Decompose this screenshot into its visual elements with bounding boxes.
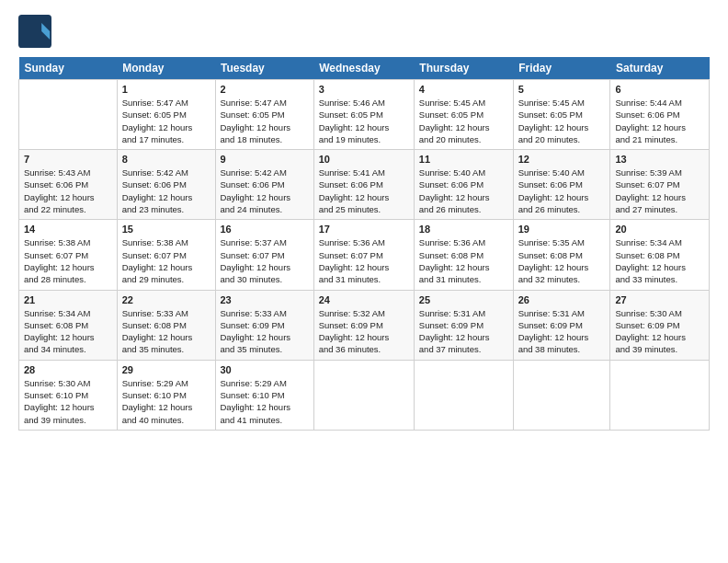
day-number: 28 [24, 364, 112, 375]
day-info: Sunrise: 5:37 AMSunset: 6:07 PMDaylight:… [221, 236, 309, 285]
day-number: 13 [615, 154, 704, 165]
day-cell: 12Sunrise: 5:40 AMSunset: 6:06 PMDayligh… [513, 150, 610, 220]
day-number: 10 [319, 154, 409, 165]
col-header-wednesday: Wednesday [313, 57, 414, 80]
col-header-friday: Friday [513, 57, 610, 80]
calendar-header-row: SundayMondayTuesdayWednesdayThursdayFrid… [19, 57, 710, 80]
day-info: Sunrise: 5:40 AMSunset: 6:06 PMDaylight:… [419, 167, 508, 215]
logo-icon [18, 15, 51, 48]
day-info: Sunrise: 5:33 AMSunset: 6:09 PMDaylight:… [221, 307, 309, 356]
day-cell: 25Sunrise: 5:31 AMSunset: 6:09 PMDayligh… [414, 290, 513, 360]
day-number: 30 [221, 364, 309, 375]
day-cell [414, 360, 513, 430]
day-cell: 17Sunrise: 5:36 AMSunset: 6:07 PMDayligh… [313, 220, 414, 290]
day-cell [19, 80, 118, 150]
day-info: Sunrise: 5:29 AMSunset: 6:10 PMDaylight:… [221, 377, 309, 426]
day-cell: 6Sunrise: 5:44 AMSunset: 6:06 PMDaylight… [610, 80, 710, 150]
day-info: Sunrise: 5:31 AMSunset: 6:09 PMDaylight:… [419, 307, 508, 356]
day-cell: 1Sunrise: 5:47 AMSunset: 6:05 PMDaylight… [117, 80, 215, 150]
day-info: Sunrise: 5:42 AMSunset: 6:06 PMDaylight:… [221, 167, 309, 215]
day-number: 26 [518, 294, 606, 305]
day-number: 11 [419, 154, 508, 165]
day-number: 23 [221, 294, 309, 305]
day-cell: 10Sunrise: 5:41 AMSunset: 6:06 PMDayligh… [313, 150, 414, 220]
day-info: Sunrise: 5:47 AMSunset: 6:05 PMDaylight:… [122, 97, 210, 145]
day-cell: 11Sunrise: 5:40 AMSunset: 6:06 PMDayligh… [414, 150, 513, 220]
day-number: 7 [24, 154, 112, 165]
day-info: Sunrise: 5:40 AMSunset: 6:06 PMDaylight:… [518, 167, 606, 215]
day-cell: 27Sunrise: 5:30 AMSunset: 6:09 PMDayligh… [610, 290, 710, 360]
day-cell: 21Sunrise: 5:34 AMSunset: 6:08 PMDayligh… [19, 290, 118, 360]
day-info: Sunrise: 5:34 AMSunset: 6:08 PMDaylight:… [615, 236, 704, 285]
day-number: 25 [419, 294, 508, 305]
col-header-tuesday: Tuesday [215, 57, 313, 80]
day-info: Sunrise: 5:38 AMSunset: 6:07 PMDaylight:… [122, 236, 210, 285]
day-info: Sunrise: 5:33 AMSunset: 6:08 PMDaylight:… [122, 307, 210, 356]
day-info: Sunrise: 5:42 AMSunset: 6:06 PMDaylight:… [122, 167, 210, 215]
day-info: Sunrise: 5:45 AMSunset: 6:05 PMDaylight:… [419, 97, 508, 145]
day-cell: 7Sunrise: 5:43 AMSunset: 6:06 PMDaylight… [19, 150, 118, 220]
day-cell [313, 360, 414, 430]
week-row-2: 7Sunrise: 5:43 AMSunset: 6:06 PMDaylight… [19, 150, 710, 220]
week-row-5: 28Sunrise: 5:30 AMSunset: 6:10 PMDayligh… [19, 360, 710, 430]
day-number: 5 [518, 84, 606, 95]
day-number: 12 [518, 154, 606, 165]
day-info: Sunrise: 5:39 AMSunset: 6:07 PMDaylight:… [615, 167, 704, 215]
day-cell: 22Sunrise: 5:33 AMSunset: 6:08 PMDayligh… [117, 290, 215, 360]
day-number: 2 [221, 84, 309, 95]
day-number: 8 [122, 154, 210, 165]
day-info: Sunrise: 5:45 AMSunset: 6:05 PMDaylight:… [518, 97, 606, 145]
day-cell: 8Sunrise: 5:42 AMSunset: 6:06 PMDaylight… [117, 150, 215, 220]
day-info: Sunrise: 5:41 AMSunset: 6:06 PMDaylight:… [319, 167, 409, 215]
day-info: Sunrise: 5:34 AMSunset: 6:08 PMDaylight:… [24, 307, 112, 356]
day-info: Sunrise: 5:47 AMSunset: 6:05 PMDaylight:… [221, 97, 309, 145]
day-number: 18 [419, 224, 508, 235]
logo [18, 15, 55, 48]
day-number: 9 [221, 154, 309, 165]
day-info: Sunrise: 5:29 AMSunset: 6:10 PMDaylight:… [122, 377, 210, 426]
week-row-4: 21Sunrise: 5:34 AMSunset: 6:08 PMDayligh… [19, 290, 710, 360]
week-row-1: 1Sunrise: 5:47 AMSunset: 6:05 PMDaylight… [19, 80, 710, 150]
day-cell: 19Sunrise: 5:35 AMSunset: 6:08 PMDayligh… [513, 220, 610, 290]
day-cell: 4Sunrise: 5:45 AMSunset: 6:05 PMDaylight… [414, 80, 513, 150]
day-info: Sunrise: 5:43 AMSunset: 6:06 PMDaylight:… [24, 167, 112, 215]
day-number: 27 [615, 294, 704, 305]
calendar-body: 1Sunrise: 5:47 AMSunset: 6:05 PMDaylight… [19, 80, 710, 431]
day-info: Sunrise: 5:46 AMSunset: 6:05 PMDaylight:… [319, 97, 409, 145]
calendar-table: SundayMondayTuesdayWednesdayThursdayFrid… [18, 57, 710, 431]
day-number: 3 [319, 84, 409, 95]
day-info: Sunrise: 5:32 AMSunset: 6:09 PMDaylight:… [319, 307, 409, 356]
day-cell: 26Sunrise: 5:31 AMSunset: 6:09 PMDayligh… [513, 290, 610, 360]
day-number: 19 [518, 224, 606, 235]
day-cell: 14Sunrise: 5:38 AMSunset: 6:07 PMDayligh… [19, 220, 118, 290]
col-header-saturday: Saturday [610, 57, 710, 80]
day-info: Sunrise: 5:36 AMSunset: 6:08 PMDaylight:… [419, 236, 508, 285]
day-number: 24 [319, 294, 409, 305]
week-row-3: 14Sunrise: 5:38 AMSunset: 6:07 PMDayligh… [19, 220, 710, 290]
day-cell: 16Sunrise: 5:37 AMSunset: 6:07 PMDayligh… [215, 220, 313, 290]
col-header-monday: Monday [117, 57, 215, 80]
day-cell: 5Sunrise: 5:45 AMSunset: 6:05 PMDaylight… [513, 80, 610, 150]
col-header-sunday: Sunday [19, 57, 118, 80]
day-info: Sunrise: 5:36 AMSunset: 6:07 PMDaylight:… [319, 236, 409, 285]
day-number: 14 [24, 224, 112, 235]
day-info: Sunrise: 5:35 AMSunset: 6:08 PMDaylight:… [518, 236, 606, 285]
day-cell: 30Sunrise: 5:29 AMSunset: 6:10 PMDayligh… [215, 360, 313, 430]
day-number: 17 [319, 224, 409, 235]
day-number: 21 [24, 294, 112, 305]
day-info: Sunrise: 5:38 AMSunset: 6:07 PMDaylight:… [24, 236, 112, 285]
day-info: Sunrise: 5:31 AMSunset: 6:09 PMDaylight:… [518, 307, 606, 356]
day-cell [513, 360, 610, 430]
header [18, 15, 710, 48]
day-number: 1 [122, 84, 210, 95]
day-cell: 3Sunrise: 5:46 AMSunset: 6:05 PMDaylight… [313, 80, 414, 150]
day-cell: 2Sunrise: 5:47 AMSunset: 6:05 PMDaylight… [215, 80, 313, 150]
day-cell [610, 360, 710, 430]
day-number: 29 [122, 364, 210, 375]
day-info: Sunrise: 5:30 AMSunset: 6:10 PMDaylight:… [24, 377, 112, 426]
day-cell: 20Sunrise: 5:34 AMSunset: 6:08 PMDayligh… [610, 220, 710, 290]
day-cell: 18Sunrise: 5:36 AMSunset: 6:08 PMDayligh… [414, 220, 513, 290]
day-number: 16 [221, 224, 309, 235]
day-number: 15 [122, 224, 210, 235]
day-cell: 13Sunrise: 5:39 AMSunset: 6:07 PMDayligh… [610, 150, 710, 220]
